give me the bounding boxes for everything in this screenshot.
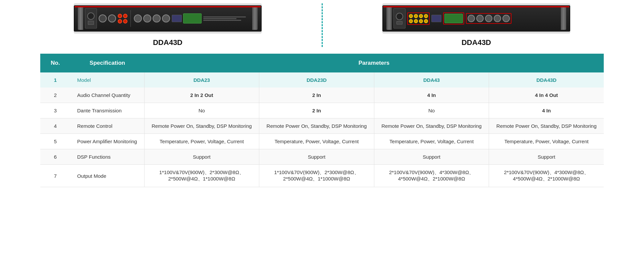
model-dda43: DDA43 xyxy=(374,72,489,88)
table-row: 7Output Mode1*100V&70V(900W)、2*300W@8Ω、2… xyxy=(40,165,604,187)
row-number: 3 xyxy=(40,103,70,118)
row-spec: Audio Channel Quantity xyxy=(70,88,144,103)
row-value-dda23: 2 In 2 Out xyxy=(144,88,259,103)
row-value-dda43: 2*100V&70V(900W)、4*300W@8Ω、4*500W@4Ω、2*1… xyxy=(374,165,489,187)
row-value-dda23d: 2 In xyxy=(259,103,374,118)
row-value-dda23d: 2 In xyxy=(259,88,374,103)
row-value-dda23: Support xyxy=(144,149,259,165)
row-spec: Remote Control xyxy=(70,118,144,134)
row-value-dda43d: 4 In xyxy=(489,103,604,118)
product-title-dda43d: DDA43D xyxy=(462,38,491,47)
row-value-dda23: No xyxy=(144,103,259,118)
row-value-dda23d: Temperature, Power, Voltage, Current xyxy=(259,134,374,149)
row-value-dda43d: Temperature, Power, Voltage, Current xyxy=(489,134,604,149)
table-row: 2Audio Channel Quantity2 In 2 Out2 In4 I… xyxy=(40,88,604,103)
row-spec: DSP Functions xyxy=(70,149,144,165)
row-number: 5 xyxy=(40,134,70,149)
section-divider xyxy=(302,3,342,47)
model-dda23: DDA23 xyxy=(144,72,259,88)
row-number: 7 xyxy=(40,165,70,187)
row-spec: Dante Transmission xyxy=(70,103,144,118)
col-header-spec: Specification xyxy=(70,54,144,72)
row-value-dda43: 4 In xyxy=(374,88,489,103)
row-value-dda23: 1*100V&70V(900W)、2*300W@8Ω、2*500W@4Ω、1*1… xyxy=(144,165,259,187)
model-row-no: 1 xyxy=(40,72,70,88)
row-value-dda43: Remote Power On, Standby, DSP Monitoring xyxy=(374,118,489,134)
table-row: 5Power Amplifier MonitoringTemperature, … xyxy=(40,134,604,149)
col-header-params: Parameters xyxy=(144,54,604,72)
table-row: 3Dante TransmissionNo2 InNo4 In xyxy=(40,103,604,118)
row-value-dda23: Temperature, Power, Voltage, Current xyxy=(144,134,259,149)
product-image-dda43d xyxy=(382,3,570,34)
row-value-dda43: No xyxy=(374,103,489,118)
row-value-dda23d: 1*100V&70V(900W)、2*300W@8Ω、2*500W@4Ω、1*1… xyxy=(259,165,374,187)
product-block-dda43d: DDA43D xyxy=(342,3,610,47)
row-value-dda43d: 2*100V&70V(900W)、4*300W@8Ω、4*500W@4Ω、2*1… xyxy=(489,165,604,187)
model-dda23d: DDA23D xyxy=(259,72,374,88)
product-images-section: DDA43D xyxy=(0,0,644,54)
row-number: 6 xyxy=(40,149,70,165)
table-subheader-row: 1 Model DDA23 DDA23D DDA43 DDA43D xyxy=(40,72,604,88)
row-spec: Output Mode xyxy=(70,165,144,187)
row-value-dda43d: 4 In 4 Out xyxy=(489,88,604,103)
row-number: 4 xyxy=(40,118,70,134)
row-spec: Power Amplifier Monitoring xyxy=(70,134,144,149)
specs-table: No. Specification Parameters 1 Model DDA… xyxy=(40,54,604,187)
table-header-row: No. Specification Parameters xyxy=(40,54,604,72)
row-value-dda43d: Support xyxy=(489,149,604,165)
row-value-dda43: Temperature, Power, Voltage, Current xyxy=(374,134,489,149)
product-block-dda23d: DDA43D xyxy=(34,3,302,47)
model-row-spec: Model xyxy=(70,72,144,88)
row-value-dda43d: Remote Power On, Standby, DSP Monitoring xyxy=(489,118,604,134)
table-row: 6DSP FunctionsSupportSupportSupportSuppo… xyxy=(40,149,604,165)
table-row: 4Remote ControlRemote Power On, Standby,… xyxy=(40,118,604,134)
row-value-dda23d: Support xyxy=(259,149,374,165)
row-value-dda23: Remote Power On, Standby, DSP Monitoring xyxy=(144,118,259,134)
specs-table-section: No. Specification Parameters 1 Model DDA… xyxy=(0,54,644,197)
product-title-dda23d: DDA43D xyxy=(153,38,182,47)
product-image-dda23d xyxy=(74,3,262,34)
row-number: 2 xyxy=(40,88,70,103)
model-dda43d: DDA43D xyxy=(489,72,604,88)
row-value-dda23d: Remote Power On, Standby, DSP Monitoring xyxy=(259,118,374,134)
row-value-dda43: Support xyxy=(374,149,489,165)
col-header-no: No. xyxy=(40,54,70,72)
